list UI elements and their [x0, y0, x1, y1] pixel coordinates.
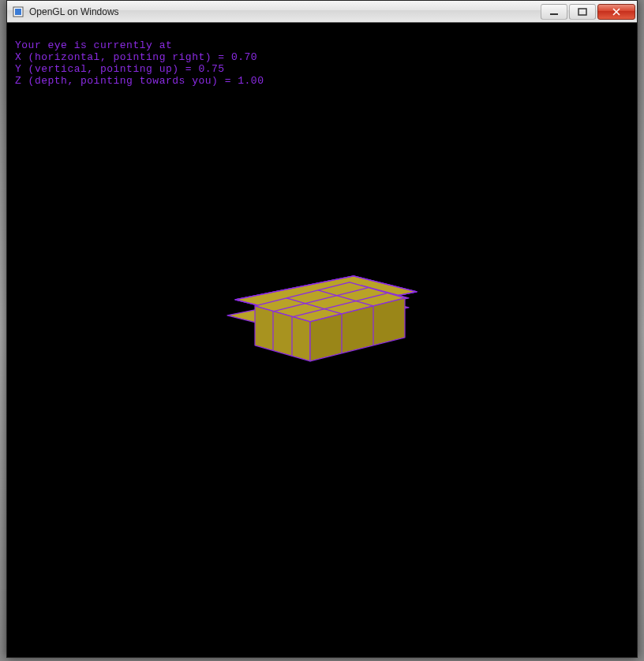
minimize-button[interactable]: [541, 4, 567, 20]
overlay-line: X (horizontal, pointing right) = 0.70: [15, 51, 257, 63]
titlebar[interactable]: OpenGL on Windows: [7, 1, 637, 23]
maximize-button[interactable]: [569, 4, 596, 20]
svg-rect-2: [550, 13, 558, 15]
app-icon: [12, 6, 24, 18]
svg-rect-1: [15, 9, 21, 15]
opengl-viewport[interactable]: Your eye is currently at X (horizontal, …: [7, 23, 637, 657]
close-button[interactable]: [597, 4, 635, 20]
cube-grid-svg: [219, 260, 425, 402]
minimize-icon: [549, 8, 559, 16]
overlay-line: Your eye is currently at: [15, 39, 172, 51]
eye-position-overlay: Your eye is currently at X (horizontal, …: [15, 28, 264, 87]
cube-grid-scene: [219, 260, 425, 405]
svg-rect-3: [578, 9, 586, 15]
close-icon: [612, 8, 621, 16]
maximize-icon: [578, 8, 587, 16]
window-title: OpenGL on Windows: [29, 6, 539, 17]
overlay-line: Z (depth, pointing towards you) = 1.00: [15, 75, 264, 87]
window-controls: [539, 4, 635, 20]
overlay-line: Y (vertical, pointing up) = 0.75: [15, 63, 225, 75]
app-window: OpenGL on Windows Your eye is currentl: [6, 0, 638, 658]
